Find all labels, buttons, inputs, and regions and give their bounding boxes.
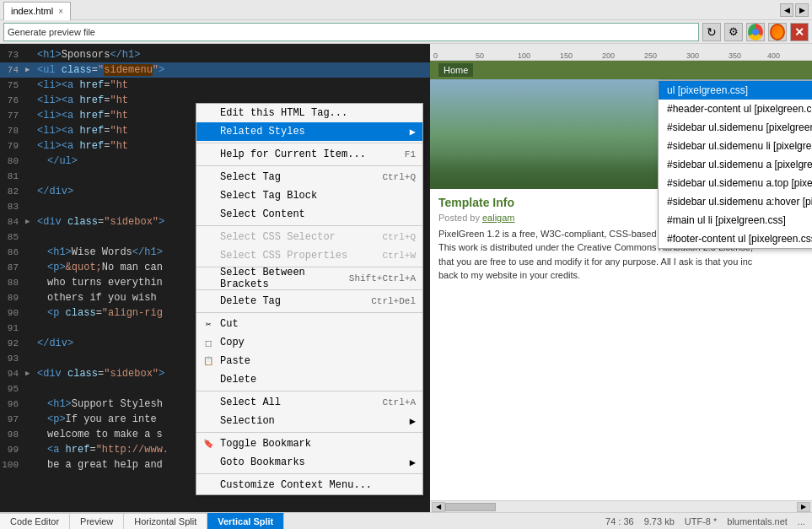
tab-code-editor-label: Code Editor — [10, 516, 59, 526]
ruler: 0 50 100 150 200 250 300 350 400 — [430, 44, 812, 61]
submenu-sidebar-ul-sidemenu-atop[interactable]: #sidebar ul.sidemenu a.top [pixelgreen.c… — [659, 174, 812, 192]
menu-goto-bookmarks-label: Goto Bookmarks — [220, 456, 305, 468]
tab-horizontal-split[interactable]: Horizontal Split — [124, 513, 207, 530]
status-dots: ... — [798, 516, 805, 526]
byline-author[interactable]: ealigam — [482, 213, 515, 223]
related-styles-submenu: ul [pixelgreen.css] #header-content ul [… — [658, 80, 812, 249]
menu-select-css-selector[interactable]: Select CSS Selector Ctrl+Q — [196, 228, 422, 246]
file-size: 9.73 kb — [644, 516, 675, 526]
tab-preview[interactable]: Preview — [70, 513, 124, 530]
nav-home[interactable]: Home — [438, 63, 473, 77]
tab-index-html[interactable]: index.html × — [3, 2, 71, 20]
code-editor-pane[interactable]: 73 <h1>Sponsors</h1> 74 ▶ <ul class="sid… — [0, 44, 430, 512]
menu-select-css-properties-shortcut: Ctrl+W — [382, 251, 416, 261]
byline-text: Posted by — [438, 213, 480, 223]
menu-paste[interactable]: 📋 Paste — [196, 352, 422, 370]
tab-label: index.html — [11, 6, 53, 16]
nav-arrows: ◀ ▶ — [780, 3, 809, 17]
domain: blumentals.net — [727, 516, 788, 526]
template-desc-3: that you are free to use and modify it f… — [438, 255, 804, 269]
menu-cut[interactable]: ✂ Cut — [196, 315, 422, 333]
menu-related-styles[interactable]: Related Styles ▶ — [196, 122, 422, 141]
menu-select-css-properties[interactable]: Select CSS Properties Ctrl+W — [196, 246, 422, 265]
h-scrollbar[interactable]: ◀ ▶ — [430, 500, 812, 512]
menu-help-current[interactable]: Help for Current Item... F1 — [196, 145, 422, 164]
menu-select-css-selector-label: Select CSS Selector — [220, 231, 336, 243]
tab-close-icon[interactable]: × — [58, 7, 63, 16]
menu-delete-label: Delete — [220, 374, 256, 386]
menu-select-tag[interactable]: Select Tag Ctrl+Q — [196, 168, 422, 186]
tab-bar: index.html × ◀ ▶ — [0, 0, 812, 20]
firefox-btn[interactable] — [768, 23, 787, 41]
tab-preview-label: Preview — [80, 516, 113, 526]
gear-btn[interactable]: ⚙ — [724, 23, 743, 41]
submenu-sidebar-ul-sidemenu-a[interactable]: #sidebar ul.sidemenu a [pixelgreen.css] — [659, 155, 812, 174]
status-tabs: Code Editor Preview Horizontal Split Ver… — [0, 513, 284, 530]
menu-related-styles-arrow: ▶ — [410, 126, 416, 138]
menu-delete-tag[interactable]: Delete Tag Ctrl+Del — [196, 292, 422, 310]
menu-goto-bookmarks[interactable]: Goto Bookmarks ▶ — [196, 453, 422, 472]
menu-select-all[interactable]: Select All Ctrl+A — [196, 393, 422, 412]
scroll-left-btn[interactable]: ◀ — [432, 502, 445, 512]
menu-select-content[interactable]: Select Content — [196, 205, 422, 224]
menu-related-styles-label: Related Styles — [220, 126, 305, 138]
menu-copy-label: Copy — [220, 337, 245, 348]
menu-select-tag-label: Select Tag — [220, 171, 281, 183]
main-content: 73 <h1>Sponsors</h1> 74 ▶ <ul class="sid… — [0, 44, 812, 512]
submenu-footer-content-ul[interactable]: #footer-content ul [pixelgreen.css] — [659, 229, 812, 248]
copy-icon: ⬚ — [202, 336, 215, 349]
menu-paste-label: Paste — [220, 355, 250, 367]
menu-delete[interactable]: Delete — [196, 370, 422, 389]
paste-icon: 📋 — [202, 354, 215, 368]
menu-select-between-brackets[interactable]: Select Between Brackets Shift+Ctrl+A — [196, 269, 422, 288]
nav-left-btn[interactable]: ◀ — [780, 3, 793, 17]
close-preview-btn[interactable]: ✕ — [790, 23, 809, 41]
bookmark-icon: 🔖 — [202, 437, 215, 451]
menu-help-current-label: Help for Current Item... — [220, 148, 366, 160]
submenu-sidebar-ul-sidemenu[interactable]: #sidebar ul.sidemenu [pixelgreen.css] — [659, 118, 812, 137]
menu-select-content-label: Select Content — [220, 208, 305, 220]
menu-cut-label: Cut — [220, 318, 239, 330]
menu-sep-9 — [196, 473, 422, 474]
menu-toggle-bookmark[interactable]: 🔖 Toggle Bookmark — [196, 435, 422, 453]
menu-delete-tag-shortcut: Ctrl+Del — [371, 296, 416, 306]
menu-copy[interactable]: ⬚ Copy — [196, 333, 422, 352]
menu-select-between-label: Select Between Brackets — [220, 267, 349, 290]
scroll-right-btn[interactable]: ▶ — [797, 502, 810, 512]
scrollbar-thumb[interactable] — [445, 503, 496, 511]
menu-selection[interactable]: Selection ▶ — [196, 412, 422, 430]
preview-pane: 0 50 100 150 200 250 300 350 400 ul [pix… — [430, 44, 812, 512]
firefox-icon — [770, 24, 785, 40]
cursor-position: 74 : 36 — [605, 516, 634, 526]
nav-right-btn[interactable]: ▶ — [795, 3, 809, 17]
menu-delete-tag-label: Delete Tag — [220, 295, 281, 307]
encoding: UTF-8 * — [685, 516, 718, 526]
menu-customize[interactable]: Customize Context Menu... — [196, 476, 422, 494]
menu-select-tag-block-label: Select Tag Block — [220, 190, 317, 202]
menu-select-all-shortcut: Ctrl+A — [382, 397, 416, 408]
tab-vertical-split[interactable]: Vertical Split — [207, 513, 284, 530]
menu-select-css-shortcut: Ctrl+Q — [382, 232, 416, 242]
menu-select-between-shortcut: Shift+Ctrl+A — [349, 273, 416, 283]
chrome-btn[interactable] — [746, 23, 765, 41]
submenu-sidebar-ul-sidemenu-ahover[interactable]: #sidebar ul.sidemenu a:hover [pixelgreen… — [659, 192, 812, 211]
submenu-ul-pixelgreen[interactable]: ul [pixelgreen.css] — [659, 81, 812, 100]
code-line-74: 74 ▶ <ul class="sidemenu"> — [0, 62, 430, 78]
menu-select-tag-block[interactable]: Select Tag Block — [196, 186, 422, 205]
line-num-73: 73 — [0, 47, 25, 62]
submenu-main-ul-li[interactable]: #main ul li [pixelgreen.css] — [659, 211, 812, 229]
menu-selection-label: Selection — [220, 415, 275, 427]
status-bar: Code Editor Preview Horizontal Split Ver… — [0, 512, 812, 529]
template-desc-4: back to my website in your credits. — [438, 268, 804, 283]
submenu-sidebar-ul-sidemenu-li[interactable]: #sidebar ul.sidemenu li [pixelgreen.css] — [659, 137, 812, 155]
context-menu: Edit this HTML Tag... Related Styles ▶ H… — [196, 103, 423, 495]
preview-input[interactable] — [3, 23, 699, 41]
refresh-btn[interactable]: ↻ — [702, 23, 721, 41]
scrollbar-track[interactable] — [445, 503, 797, 511]
submenu-header-content-ul[interactable]: #header-content ul [pixelgreen.css] — [659, 100, 812, 118]
menu-goto-bookmarks-arrow: ▶ — [410, 456, 416, 469]
tab-code-editor[interactable]: Code Editor — [0, 513, 70, 530]
tab-vertical-split-label: Vertical Split — [218, 516, 273, 526]
menu-edit-html-tag[interactable]: Edit this HTML Tag... — [196, 104, 422, 122]
menu-sep-8 — [196, 432, 422, 433]
